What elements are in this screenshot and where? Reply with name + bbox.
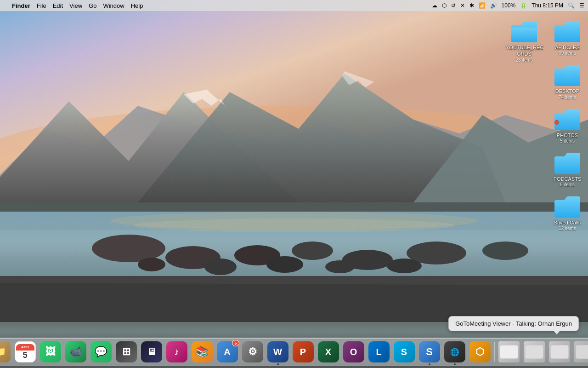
desktop-icon-photos[interactable]: PHOTOS 5 items: [547, 104, 588, 146]
bluetooth-icon[interactable]: ✱: [469, 2, 474, 9]
menubar: Finder File Edit View Go Window Help ☁ ⬡…: [0, 0, 588, 11]
battery-icon: 🔋: [520, 2, 527, 9]
dock-item-app-store[interactable]: A 5: [215, 340, 239, 364]
dock-item-word[interactable]: W: [266, 340, 290, 364]
svg-point-19: [482, 242, 528, 260]
dropbox-icon[interactable]: ☁: [432, 2, 437, 9]
dock-item-excel[interactable]: X: [317, 340, 340, 364]
notification-center-icon[interactable]: ☰: [579, 2, 584, 9]
wifi-icon[interactable]: 📶: [479, 2, 486, 9]
mountain-scene: [0, 0, 588, 331]
safari-dot: [429, 363, 430, 365]
dock-item-hex[interactable]: ⬡: [468, 340, 492, 364]
desktop-icon-youtube-records[interactable]: YOUTUBE_RECORDS 23 items: [503, 17, 545, 65]
articles-folder-icon: [554, 19, 581, 43]
desktop-icon-saved-calls[interactable]: Saved Calls 12 items: [547, 192, 588, 234]
dock-item-skype[interactable]: S: [392, 340, 416, 364]
saved-calls-folder-icon: [554, 195, 581, 218]
podcasts-label: PODCASTS: [554, 176, 582, 182]
desktop-folder-icon: [554, 63, 581, 87]
youtube-records-label: YOUTUBE_RECORDS: [506, 44, 543, 58]
photos-label: PHOTOS: [557, 132, 578, 138]
dock-item-window3[interactable]: [548, 340, 571, 364]
time-machine-icon[interactable]: ↺: [451, 2, 456, 9]
photos-folder-icon: [554, 107, 581, 131]
datetime[interactable]: Thu 8:15 PM: [531, 2, 563, 9]
dock-item-onenote[interactable]: O: [342, 340, 366, 364]
menubar-edit[interactable]: Edit: [53, 2, 63, 9]
dock-item-system-prefs[interactable]: ⚙: [241, 340, 265, 364]
svg-point-20: [138, 258, 165, 271]
dock-item-photos-app[interactable]: 🖼: [39, 340, 62, 364]
app-store-badge: 5: [232, 340, 239, 346]
menubar-left: Finder File Edit View Go Window Help: [4, 2, 143, 9]
svg-point-22: [266, 256, 303, 273]
menubar-view[interactable]: View: [69, 2, 82, 9]
dock: 🔵 🚀 APR 5 29 📁 APR: [0, 331, 588, 368]
desktop-label: DESKTOP: [555, 88, 579, 94]
podcasts-count: 8 items: [560, 182, 575, 187]
dock-item-window1[interactable]: [497, 340, 521, 364]
desktop: Finder File Edit View Go Window Help ☁ ⬡…: [0, 0, 588, 368]
dock-item-window4[interactable]: [573, 340, 588, 364]
svg-point-23: [325, 260, 355, 273]
battery-percent: 100%: [502, 2, 516, 9]
photos-red-dot: [554, 120, 559, 125]
dock-item-remote-desktop[interactable]: 🖥: [140, 340, 164, 364]
dock-item-window2[interactable]: [522, 340, 546, 364]
dock-item-ibooks[interactable]: 📚: [190, 340, 214, 364]
webapp1-dot: [454, 363, 456, 365]
menubar-file[interactable]: File: [37, 2, 46, 9]
svg-point-12: [133, 218, 455, 232]
word-dot: [277, 363, 279, 365]
dock-item-notes[interactable]: 📁: [0, 340, 12, 364]
desktop-icons-container: YOUTUBE_RECORDS 23 items: [503, 17, 588, 236]
youtube-records-folder-icon: [510, 19, 538, 43]
saved-calls-count: 12 items: [559, 226, 576, 231]
menubar-go[interactable]: Go: [89, 2, 96, 9]
hex-status-icon[interactable]: ⬡: [442, 2, 447, 9]
dock-item-powerpoint[interactable]: P: [291, 340, 315, 364]
desktop-icon-column-right: ARTICLES 69 items D: [547, 17, 588, 236]
dock-item-facetime[interactable]: 📹: [64, 340, 88, 364]
dock-item-messages[interactable]: 💬: [89, 340, 113, 364]
volume-icon[interactable]: 🔊: [490, 2, 497, 9]
search-icon[interactable]: 🔍: [568, 2, 575, 9]
menubar-help[interactable]: Help: [131, 2, 143, 9]
dock-separator-1: [494, 342, 495, 362]
desktop-icon-desktop[interactable]: DESKTOP 74 items: [547, 60, 588, 102]
svg-point-24: [387, 259, 422, 273]
dock-item-itunes[interactable]: ♪: [165, 340, 189, 364]
podcasts-folder-icon: [554, 151, 581, 175]
dock-item-web-app1[interactable]: 🌐: [443, 340, 467, 364]
svg-point-16: [292, 242, 333, 260]
menubar-window[interactable]: Window: [103, 2, 124, 9]
gotomeeting-tooltip: GoToMeeting Viewer - Talking: Orhan Ergu…: [448, 316, 579, 331]
desktop-icon-podcasts[interactable]: PODCASTS 8 items: [547, 148, 588, 190]
desktop-icon-articles[interactable]: ARTICLES 69 items: [547, 17, 588, 58]
saved-calls-label: Saved Calls: [554, 219, 581, 226]
svg-point-21: [204, 259, 237, 275]
dock-item-mission-control[interactable]: ⊞: [114, 340, 138, 364]
dock-background: 🔵 🚀 APR 5 29 📁 APR: [0, 338, 588, 366]
articles-label: ARTICLES: [555, 44, 580, 51]
dock-item-safari[interactable]: S: [418, 340, 441, 364]
photos-count: 5 items: [560, 138, 575, 144]
notification-icon[interactable]: ✕: [460, 2, 465, 9]
menubar-finder[interactable]: Finder: [12, 2, 30, 9]
tooltip-text: GoToMeeting Viewer - Talking: Orhan Ergu…: [455, 320, 572, 327]
desktop-icon-column-left: YOUTUBE_RECORDS 23 items: [503, 17, 545, 67]
desktop-count: 74 items: [559, 95, 576, 100]
dock-item-lync[interactable]: L: [367, 340, 391, 364]
youtube-records-count: 23 items: [515, 58, 533, 63]
menubar-right: ☁ ⬡ ↺ ✕ ✱ 📶 🔊 100% 🔋 Thu 8:15 PM 🔍 ☰: [432, 2, 584, 9]
dock-item-calendar2[interactable]: APR 5: [13, 340, 37, 364]
articles-count: 69 items: [559, 51, 576, 56]
